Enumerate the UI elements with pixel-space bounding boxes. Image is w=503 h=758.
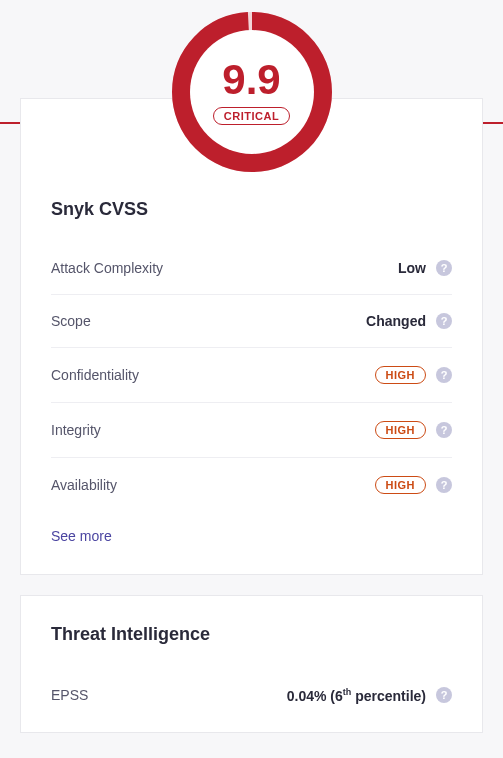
severity-pill: CRITICAL [213,107,290,125]
metric-value-wrap: HIGH? [375,366,453,384]
severity-pill-high: HIGH [375,476,427,494]
metric-label: Confidentiality [51,367,139,383]
threat-card: Threat Intelligence EPSS 0.04% (6th perc… [20,595,483,733]
metric-label: Availability [51,477,117,493]
help-icon[interactable]: ? [436,477,452,493]
help-icon[interactable]: ? [436,260,452,276]
metric-label: Integrity [51,422,101,438]
metric-value: Low [398,260,426,276]
metric-value-wrap: HIGH? [375,476,453,494]
score-value: 9.9 [222,59,280,101]
metric-label: Attack Complexity [51,260,163,276]
cvss-title: Snyk CVSS [51,199,452,220]
metric-value-wrap: Low? [398,260,452,276]
metric-row: IntegrityHIGH? [51,403,452,458]
severity-pill-high: HIGH [375,421,427,439]
threat-title: Threat Intelligence [51,624,452,645]
epss-row: EPSS 0.04% (6th percentile) ? [51,667,452,704]
help-icon[interactable]: ? [436,313,452,329]
help-icon[interactable]: ? [436,422,452,438]
severity-pill-high: HIGH [375,366,427,384]
metric-value-wrap: Changed? [366,313,452,329]
metric-value-wrap: HIGH? [375,421,453,439]
metric-value: Changed [366,313,426,329]
metric-row: Attack ComplexityLow? [51,242,452,295]
metric-label: Scope [51,313,91,329]
epss-label: EPSS [51,687,88,703]
help-icon[interactable]: ? [436,367,452,383]
help-icon[interactable]: ? [436,687,452,703]
score-badge: 9.9 CRITICAL [172,12,332,172]
score-inner: 9.9 CRITICAL [190,30,314,154]
epss-value: 0.04% (6th percentile) [287,687,426,704]
metric-row: AvailabilityHIGH? [51,458,452,512]
metric-row: ScopeChanged? [51,295,452,348]
metric-row: ConfidentialityHIGH? [51,348,452,403]
see-more-link[interactable]: See more [51,528,452,544]
